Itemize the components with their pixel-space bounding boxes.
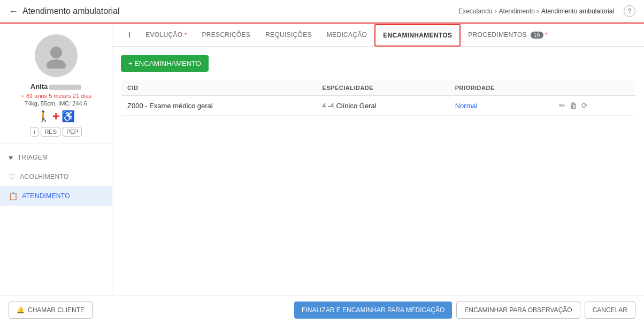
breadcrumb: Executando › Atendimento › Atendimento a… [458, 7, 614, 15]
add-encaminhamento-button[interactable]: + ENCAMINHAMENTO [121, 55, 209, 72]
delete-icon[interactable]: 🗑 [570, 101, 577, 110]
patient-card: Anita ♀ 81 anos 5 meses 21 dias 74kg, 55… [0, 24, 112, 144]
col-cid: CID [121, 80, 316, 96]
asterisk-procedimentos: * [546, 32, 548, 38]
pep-button[interactable]: PEP [63, 127, 82, 137]
sidebar-item-acolhimento[interactable]: ♡ ACOLHIMENTO [0, 167, 112, 186]
cell-especialidade: 4 -4 Clínico Geral [316, 96, 448, 116]
footer-left: 🔔 CHAMAR CLIENTE [9, 302, 93, 319]
action-icons-group: ✏ 🗑 ⟳ [559, 101, 629, 110]
heart-outline-icon: ♡ [9, 172, 16, 181]
procedimentos-badge: 16 [531, 32, 543, 39]
tab-label-prescricoes: PRESCRIÇÕES [202, 31, 251, 39]
clipboard-icon: 📋 [9, 192, 18, 200]
sidebar-label-triagem: TRIAGEM [18, 154, 48, 161]
page-title: Atendimento ambulatorial [22, 6, 119, 16]
tab-encaminhamentos[interactable]: ENCAMINHAMENTOS [374, 24, 461, 47]
tab-prescricoes[interactable]: PRESCRIÇÕES [195, 25, 258, 46]
tab-procedimentos[interactable]: PROCEDIMENTOS 16 * [461, 25, 555, 46]
tab-label-procedimentos: PROCEDIMENTOS [468, 31, 527, 39]
sidebar-item-triagem[interactable]: ♥ TRIAGEM [0, 148, 112, 167]
sidebar-label-acolhimento: ACOLHIMENTO [20, 173, 68, 180]
asterisk-evolucao: * [185, 32, 187, 38]
tab-label-encaminhamentos: ENCAMINHAMENTOS [383, 32, 452, 39]
svg-point-1 [47, 59, 66, 69]
tab-info[interactable]: i [121, 24, 138, 47]
edit-icon[interactable]: ✏ [559, 101, 565, 110]
bell-icon: 🔔 [17, 306, 25, 314]
accessible-icon: ♿ [62, 110, 75, 123]
call-client-label: CHAMAR CLIENTE [28, 306, 85, 314]
patient-action-buttons: i RES PEP [30, 127, 82, 137]
content-area: i EVOLUÇÃO * PRESCRIÇÕES REQUISIÇÕES MED… [112, 24, 644, 296]
svg-point-0 [50, 47, 62, 58]
cell-prioridade: Normal [449, 96, 553, 116]
call-client-button[interactable]: 🔔 CHAMAR CLIENTE [9, 302, 93, 319]
sidebar-menu: ♥ TRIAGEM ♡ ACOLHIMENTO 📋 ATENDIMENTO [0, 144, 112, 210]
sidebar-label-atendimento: ATENDIMENTO [22, 192, 70, 200]
history-icon[interactable]: ⟳ [581, 101, 588, 110]
patient-age: ♀ 81 anos 5 meses 21 dias [20, 93, 92, 99]
footer-right: FINALIZAR E ENCAMINHAR PARA MEDICAÇÃO EN… [294, 302, 635, 319]
main-layout: Anita ♀ 81 anos 5 meses 21 dias 74kg, 55… [0, 24, 644, 296]
plus-icon: ✚ [52, 111, 59, 122]
col-prioridade: PRIORIDADE [449, 80, 553, 96]
header-left: ← Atendimento ambulatorial [9, 6, 119, 17]
tab-label-evolucao: EVOLUÇÃO [145, 31, 182, 39]
encaminhamentos-table: CID ESPECIALIDADE PRIORIDADE Z000 - Exam… [121, 80, 635, 116]
sidebar: Anita ♀ 81 anos 5 meses 21 dias 74kg, 55… [0, 24, 112, 296]
elderly-icon: 🚶 [37, 110, 50, 123]
tab-evolucao[interactable]: EVOLUÇÃO * [138, 25, 194, 46]
res-button[interactable]: RES [41, 127, 60, 137]
table-row: Z000 - Exame médico geral 4 -4 Clínico G… [121, 96, 635, 116]
footer: 🔔 CHAMAR CLIENTE FINALIZAR E ENCAMINHAR … [0, 296, 644, 324]
patient-measurements: 74kg, 55cm, IMC: 244.6 [25, 100, 87, 107]
help-icon[interactable]: ? [624, 5, 635, 17]
back-button[interactable]: ← [9, 6, 18, 17]
cell-actions: ✏ 🗑 ⟳ [553, 96, 635, 116]
tab-medicacao[interactable]: MEDICAÇÃO [319, 25, 374, 46]
gender-icon: ♀ [20, 93, 25, 99]
sidebar-item-atendimento[interactable]: 📋 ATENDIMENTO [0, 186, 112, 206]
col-actions [553, 80, 635, 96]
tab-requisicoes[interactable]: REQUISIÇÕES [258, 25, 319, 46]
patient-status-icons: 🚶 ✚ ♿ [37, 110, 75, 123]
info-tab-icon: i [128, 31, 131, 39]
tabs-bar: i EVOLUÇÃO * PRESCRIÇÕES REQUISIÇÕES MED… [112, 24, 644, 47]
patient-name: Anita [30, 82, 82, 91]
cell-cid: Z000 - Exame médico geral [121, 96, 316, 116]
tab-label-medicacao: MEDICAÇÃO [327, 31, 367, 39]
tab-label-requisicoes: REQUISIÇÕES [265, 31, 312, 39]
avatar [35, 34, 78, 77]
info-button[interactable]: i [30, 127, 39, 137]
encaminhar-observacao-button[interactable]: ENCAMINHAR PARA OBSERVAÇÃO [456, 302, 580, 319]
finalize-button[interactable]: FINALIZAR E ENCAMINHAR PARA MEDICAÇÃO [294, 302, 452, 319]
cancel-button[interactable]: CANCELAR [585, 302, 635, 319]
heart-icon: ♥ [9, 153, 13, 162]
col-especialidade: ESPECIALIDADE [316, 80, 448, 96]
top-header: ← Atendimento ambulatorial Executando › … [0, 0, 644, 24]
encaminhamentos-content: + ENCAMINHAMENTO CID ESPECIALIDADE PRIOR… [112, 47, 644, 296]
